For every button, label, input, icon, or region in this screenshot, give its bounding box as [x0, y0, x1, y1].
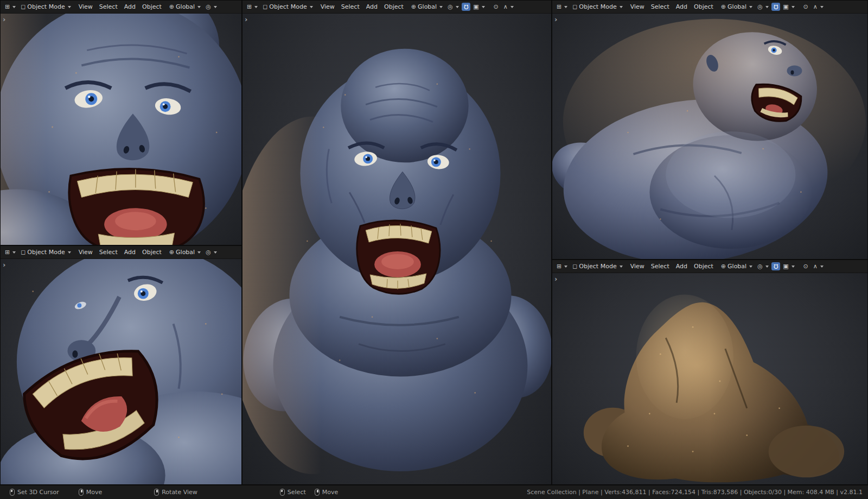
- editor-type-button[interactable]: ⊞: [3, 248, 18, 256]
- menu-select[interactable]: Select: [96, 248, 121, 257]
- snap-settings-dropdown[interactable]: ▣: [781, 262, 796, 270]
- menu-select[interactable]: Select: [648, 262, 673, 271]
- proportional-editing-toggle[interactable]: ⊙: [492, 3, 501, 11]
- global-orientation-icon: ⊕: [411, 4, 416, 10]
- menu-add[interactable]: Add: [121, 2, 139, 11]
- orientation-dropdown[interactable]: ⊕ Global: [719, 3, 755, 11]
- menu-view[interactable]: View: [627, 2, 648, 11]
- render-closeup-face: [1, 14, 241, 245]
- proportional-editing-icon: ⊙: [803, 263, 808, 269]
- region-toggle-icon[interactable]: ›: [554, 275, 557, 282]
- blender-window: ⊞ ◻ Object Mode View Select Add Object: [0, 0, 868, 499]
- menu-object[interactable]: Object: [139, 248, 165, 257]
- orientation-dropdown[interactable]: ⊕ Global: [719, 262, 755, 270]
- chevron-down-icon: [749, 266, 752, 268]
- chevron-down-icon: [456, 6, 459, 8]
- region-toggle-icon[interactable]: ›: [3, 261, 5, 268]
- status-hint: Move: [315, 489, 339, 496]
- menu-select[interactable]: Select: [96, 2, 121, 11]
- mode-dropdown[interactable]: ◻ Object Mode: [570, 3, 624, 11]
- orientation-dropdown[interactable]: ⊕ Global: [167, 248, 203, 256]
- menu-view[interactable]: View: [75, 248, 96, 257]
- pivot-point-dropdown[interactable]: ◎: [203, 248, 219, 256]
- orientation-label: Global: [418, 4, 437, 10]
- pivot-point-icon: ◎: [757, 4, 763, 10]
- menu-view[interactable]: View: [317, 2, 338, 11]
- editor-3d-viewport-icon: ⊞: [5, 4, 10, 10]
- chevron-down-icon: [820, 266, 824, 268]
- chevron-down-icon: [620, 6, 623, 8]
- orientation-label: Global: [176, 4, 195, 10]
- snap-toggle[interactable]: Ω: [771, 262, 780, 270]
- snap-toggle[interactable]: Ω: [771, 3, 780, 11]
- header-menus: View Select Add Object: [75, 2, 165, 11]
- chevron-down-icon: [310, 6, 313, 8]
- editor-3d-viewport-icon: ⊞: [247, 4, 252, 10]
- viewport-header: ⊞ ◻ Object Mode View Select Add Object: [242, 1, 551, 14]
- pivot-point-icon: ◎: [448, 4, 453, 10]
- pivot-point-dropdown[interactable]: ◎: [755, 262, 771, 270]
- menu-add[interactable]: Add: [673, 2, 691, 11]
- magnet-icon: Ω: [774, 4, 778, 10]
- editor-type-button[interactable]: ⊞: [554, 262, 570, 270]
- chevron-down-icon: [68, 251, 71, 254]
- region-toggle-icon[interactable]: ›: [245, 16, 247, 23]
- pivot-point-icon: ◎: [757, 263, 763, 269]
- proportional-falloff-dropdown[interactable]: ∧: [811, 262, 826, 270]
- falloff-curve-icon: ∧: [813, 4, 818, 10]
- proportional-editing-toggle[interactable]: ⊙: [801, 3, 810, 11]
- mode-label: Object Mode: [27, 4, 65, 10]
- viewport-center: ⊞ ◻ Object Mode View Select Add Object: [242, 0, 552, 485]
- menu-view[interactable]: View: [627, 262, 648, 271]
- viewport-header: ⊞ ◻ Object Mode View Select Add Object: [1, 1, 241, 14]
- menu-add[interactable]: Add: [363, 2, 381, 11]
- status-hint-label: Move: [86, 489, 103, 496]
- proportional-falloff-dropdown[interactable]: ∧: [811, 3, 826, 11]
- pivot-point-dropdown[interactable]: ◎: [203, 3, 219, 11]
- pivot-point-dropdown[interactable]: ◎: [445, 3, 461, 11]
- menu-object[interactable]: Object: [381, 2, 407, 11]
- object-mode-icon: ◻: [572, 263, 577, 269]
- header-menus: View Select Add Object: [317, 2, 407, 11]
- menu-select[interactable]: Select: [648, 2, 673, 11]
- editor-type-button[interactable]: ⊞: [245, 3, 260, 11]
- orientation-dropdown[interactable]: ⊕ Global: [167, 3, 203, 11]
- mode-dropdown[interactable]: ◻ Object Mode: [260, 3, 315, 11]
- magnet-icon: Ω: [464, 4, 468, 10]
- 3d-viewport[interactable]: ›: [1, 14, 241, 245]
- menu-object[interactable]: Object: [139, 2, 165, 11]
- orientation-dropdown[interactable]: ⊕ Global: [409, 3, 445, 11]
- status-hint-label: Rotate View: [162, 489, 197, 496]
- viewport-bottom-left: ⊞ ◻ Object Mode View Select Add Object: [0, 245, 242, 485]
- mode-dropdown[interactable]: ◻ Object Mode: [18, 3, 73, 11]
- chevron-down-icon: [482, 6, 485, 8]
- 3d-viewport[interactable]: ›: [552, 273, 867, 484]
- chevron-down-icon: [765, 266, 769, 268]
- mode-dropdown[interactable]: ◻ Object Mode: [18, 248, 73, 256]
- menu-view[interactable]: View: [75, 2, 96, 11]
- menu-select[interactable]: Select: [338, 2, 363, 11]
- chevron-down-icon: [564, 6, 567, 8]
- menu-add[interactable]: Add: [673, 262, 691, 271]
- region-toggle-icon[interactable]: ›: [3, 16, 5, 23]
- 3d-viewport[interactable]: ›: [242, 14, 551, 484]
- editor-type-button[interactable]: ⊞: [3, 3, 18, 11]
- chevron-down-icon: [12, 251, 16, 254]
- 3d-viewport[interactable]: ›: [1, 259, 241, 484]
- menu-object[interactable]: Object: [691, 262, 717, 271]
- pivot-point-dropdown[interactable]: ◎: [755, 3, 771, 11]
- snap-settings-icon: ▣: [473, 4, 478, 10]
- menu-object[interactable]: Object: [691, 2, 717, 11]
- snap-settings-dropdown[interactable]: ▣: [471, 3, 487, 11]
- menu-add[interactable]: Add: [121, 248, 139, 257]
- viewport-top-left: ⊞ ◻ Object Mode View Select Add Object: [0, 0, 242, 245]
- region-toggle-icon[interactable]: ›: [554, 16, 557, 23]
- mouse-middle-icon: [315, 489, 320, 496]
- proportional-falloff-dropdown[interactable]: ∧: [501, 3, 516, 11]
- mode-dropdown[interactable]: ◻ Object Mode: [570, 262, 624, 270]
- editor-type-button[interactable]: ⊞: [554, 3, 570, 11]
- snap-toggle[interactable]: Ω: [462, 3, 470, 11]
- 3d-viewport[interactable]: ›: [552, 14, 867, 259]
- proportional-editing-toggle[interactable]: ⊙: [801, 262, 810, 270]
- snap-settings-dropdown[interactable]: ▣: [781, 3, 796, 11]
